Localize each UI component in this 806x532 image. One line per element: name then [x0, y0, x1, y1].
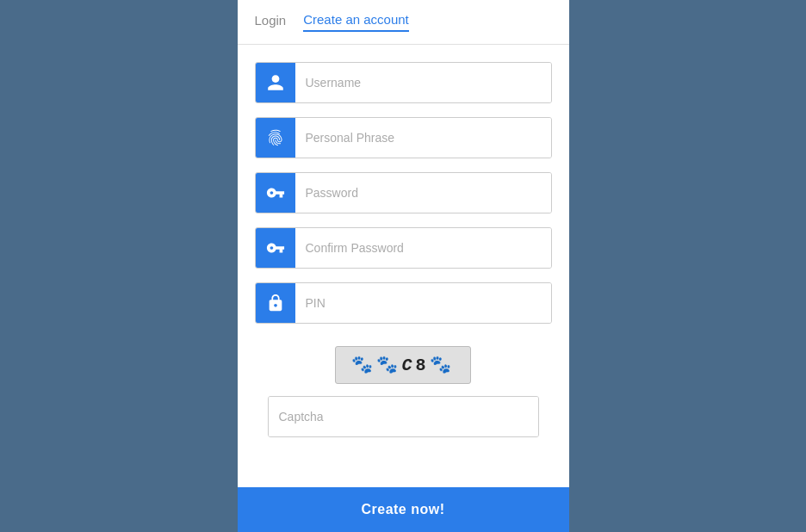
confirm-key-icon	[256, 228, 295, 268]
captcha-input[interactable]	[269, 397, 538, 436]
submit-bar: Create now!	[238, 487, 569, 532]
username-input[interactable]	[295, 63, 551, 102]
fingerprint-icon	[256, 118, 295, 158]
user-icon	[256, 63, 295, 102]
personal-phrase-row	[255, 117, 552, 158]
create-now-button[interactable]: Create now!	[361, 502, 444, 517]
registration-card: Login Create an account	[238, 0, 569, 532]
pin-row	[255, 282, 552, 324]
confirm-password-input[interactable]	[295, 228, 551, 268]
tab-create-account[interactable]: Create an account	[303, 12, 409, 32]
lock-icon	[256, 283, 295, 323]
confirm-password-row	[255, 227, 552, 269]
key-icon	[256, 173, 295, 213]
captcha-image: 🐾🐾C8🐾	[335, 346, 470, 384]
personal-phrase-input[interactable]	[295, 118, 551, 158]
username-row	[255, 62, 552, 103]
form-body: 🐾🐾C8🐾	[238, 45, 569, 487]
tab-bar: Login Create an account	[238, 0, 569, 45]
password-input[interactable]	[295, 173, 551, 213]
tab-login[interactable]: Login	[255, 13, 287, 31]
captcha-input-row	[268, 396, 539, 437]
pin-input[interactable]	[295, 283, 551, 323]
captcha-section: 🐾🐾C8🐾	[255, 346, 552, 437]
password-row	[255, 172, 552, 213]
